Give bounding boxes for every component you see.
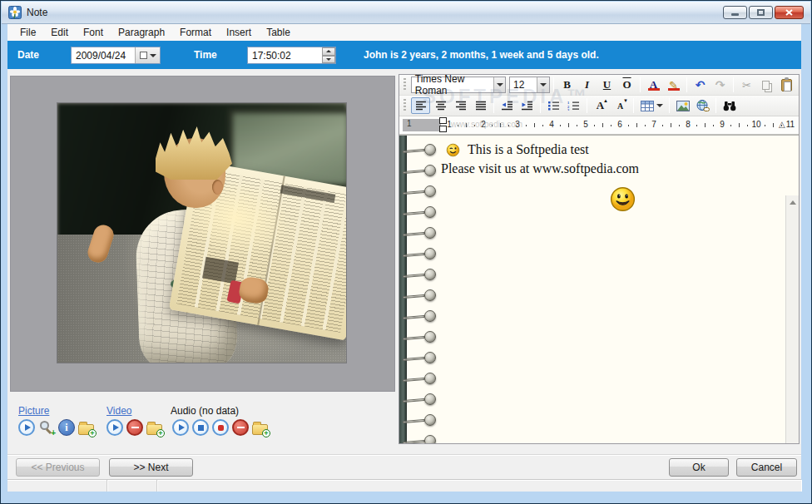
numbered-list-button[interactable]: 123 <box>564 97 583 114</box>
indent-button[interactable] <box>517 97 537 114</box>
chevron-down-icon <box>497 83 503 86</box>
toolbar-grip[interactable] <box>404 78 406 91</box>
toolbar-grip[interactable] <box>404 99 406 112</box>
audio-label: Audio (no data) <box>171 405 239 417</box>
menu-bar: File Edit Font Paragraph Format Insert T… <box>7 24 801 41</box>
picture-info-button[interactable]: i <box>58 419 75 436</box>
ruler-number: 10 <box>750 120 763 129</box>
video-open-button[interactable]: + <box>146 424 162 435</box>
picture-controls: + i + <box>18 419 94 436</box>
outdent-button[interactable] <box>498 97 517 114</box>
menu-edit[interactable]: Edit <box>43 25 76 40</box>
spiral-ring <box>401 331 436 344</box>
ruler-number: 9 <box>715 120 729 129</box>
shrink-font-button[interactable]: A▼ <box>611 97 630 114</box>
menu-file[interactable]: File <box>12 25 43 40</box>
align-right-button[interactable] <box>451 97 470 114</box>
justify-button[interactable] <box>471 97 490 114</box>
cut-button[interactable]: ✂ <box>737 77 756 93</box>
undo-icon: ↶ <box>696 78 706 91</box>
picture-link[interactable]: Picture <box>18 405 49 417</box>
spin-up-button[interactable] <box>322 47 335 56</box>
age-status-text: John is 2 years, 2 months, 1 week and 5 … <box>364 49 599 61</box>
align-right-icon <box>455 101 467 111</box>
audio-remove-button[interactable] <box>232 419 249 436</box>
audio-play-button[interactable] <box>172 419 189 436</box>
overline-button[interactable]: O <box>617 77 636 93</box>
picture-play-button[interactable] <box>18 419 35 436</box>
ruler-tick <box>500 123 501 127</box>
editor-scrollbar[interactable] <box>785 195 799 443</box>
font-size-combo[interactable]: 12 <box>509 77 550 93</box>
video-play-button[interactable] <box>106 419 123 436</box>
ruler-number: 11 <box>784 120 797 129</box>
font-name-combo[interactable]: Times New Roman <box>411 77 506 93</box>
ruler-tick <box>773 123 774 127</box>
insert-hyperlink-button[interactable] <box>693 97 712 114</box>
italic-button[interactable]: I <box>577 77 597 93</box>
image-icon <box>676 101 690 111</box>
menu-format[interactable]: Format <box>172 25 219 40</box>
time-spinner[interactable] <box>322 47 335 63</box>
grow-font-button[interactable]: A▲ <box>591 97 610 114</box>
audio-open-button[interactable]: + <box>252 424 268 435</box>
maximize-button[interactable] <box>749 6 773 19</box>
picture-zoom-button[interactable]: + <box>38 419 55 436</box>
align-center-button[interactable] <box>431 97 450 114</box>
undo-button[interactable]: ↶ <box>691 77 710 93</box>
spiral-ring <box>401 352 436 365</box>
play-icon <box>179 424 185 431</box>
font-color-button[interactable]: A <box>644 77 663 93</box>
scroll-up-icon[interactable] <box>790 200 796 205</box>
underline-button[interactable]: U <box>597 77 616 93</box>
chevron-down-icon <box>150 54 156 57</box>
menu-table[interactable]: Table <box>259 25 298 40</box>
align-left-button[interactable] <box>411 97 430 114</box>
highlight-button[interactable]: ✎ <box>664 77 683 93</box>
insert-table-button[interactable] <box>637 97 666 114</box>
close-button[interactable] <box>775 6 804 19</box>
ruler-tick <box>577 125 577 126</box>
copy-icon <box>762 81 770 90</box>
menu-font[interactable]: Font <box>76 25 111 40</box>
table-icon <box>641 101 654 111</box>
editor-page[interactable]: This is a Softpedia test Please visit us… <box>399 135 799 443</box>
date-dropdown-button[interactable] <box>135 47 160 63</box>
editor-line-1: This is a Softpedia test <box>446 142 589 157</box>
picture-open-button[interactable]: + <box>78 424 94 435</box>
previous-button[interactable]: << Previous <box>16 458 100 477</box>
audio-controls: + <box>172 419 268 436</box>
cancel-button[interactable]: Cancel <box>736 458 797 477</box>
insert-image-button[interactable] <box>673 97 692 114</box>
bold-button[interactable]: B <box>557 77 577 93</box>
spin-down-button[interactable] <box>322 56 335 64</box>
binoculars-icon <box>723 101 736 111</box>
spiral-ring <box>401 269 436 282</box>
ruler-tick <box>739 123 740 127</box>
paste-button[interactable] <box>777 77 796 93</box>
audio-record-button[interactable] <box>212 419 229 436</box>
ok-button[interactable]: Ok <box>669 458 729 477</box>
title-bar[interactable]: Note <box>2 2 810 24</box>
statusbar-cell <box>7 480 107 492</box>
date-field[interactable]: 2009/04/24 <box>71 47 161 64</box>
menu-insert[interactable]: Insert <box>219 25 259 40</box>
video-link[interactable]: Video <box>106 405 131 417</box>
ruler[interactable]: 1 △ 1234567891011 <box>399 116 799 135</box>
next-button[interactable]: >> Next <box>109 458 193 477</box>
ruler-tick <box>636 123 637 127</box>
audio-stop-button[interactable] <box>192 419 209 436</box>
bullet-list-button[interactable] <box>544 97 563 114</box>
ruler-tick <box>466 123 467 127</box>
menu-paragraph[interactable]: Paragraph <box>111 25 172 40</box>
find-button[interactable] <box>720 97 739 114</box>
copy-button[interactable] <box>757 77 776 93</box>
redo-button[interactable]: ↷ <box>710 77 730 93</box>
time-label: Time <box>194 49 217 61</box>
video-remove-button[interactable] <box>126 419 143 436</box>
ruler-tick <box>560 125 561 126</box>
minimize-button[interactable] <box>723 6 747 19</box>
stop-icon <box>198 425 204 431</box>
ruler-tick <box>474 125 475 126</box>
time-field[interactable]: 17:50:02 <box>247 47 336 64</box>
